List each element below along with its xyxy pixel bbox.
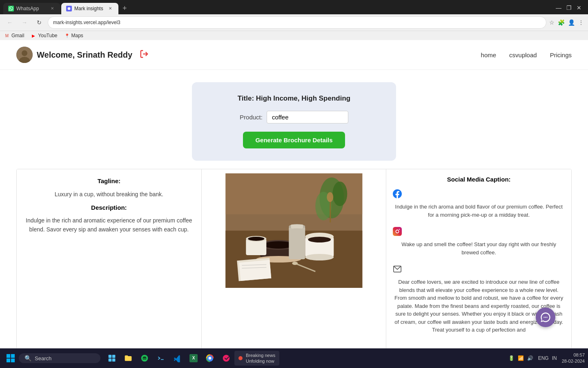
taskbar-icon-terminal[interactable] xyxy=(154,351,168,366)
app-content: Welcome, Srinath Reddy home csvupload Pr… xyxy=(0,40,588,361)
refresh-button[interactable]: ↻ xyxy=(33,17,45,28)
avatar xyxy=(16,47,33,63)
taskbar-sys-icons: 🔋 📶 🔊 xyxy=(508,355,533,361)
mark-insights-favicon xyxy=(66,6,72,11)
product-row: Product: xyxy=(208,111,380,123)
news-text: Breaking news Unfolding now xyxy=(246,352,275,364)
taskbar-right: 🔋 📶 🔊 ENG IN 08:57 28-02-2024 xyxy=(508,352,585,365)
nav-welcome-text: Welcome, Srinath Reddy xyxy=(37,50,132,60)
taskbar-icon-chrome[interactable] xyxy=(203,351,217,366)
address-input[interactable] xyxy=(48,17,546,28)
time-display: 08:57 xyxy=(562,352,585,358)
address-bar: ← → ↻ ☆ 🧩 👤 ⋮ xyxy=(0,14,588,31)
svg-point-15 xyxy=(305,254,334,260)
menu-icon[interactable]: ⋮ xyxy=(578,19,584,26)
maximize-button[interactable]: ❐ xyxy=(566,4,572,11)
region-text: IN xyxy=(552,355,557,361)
taskbar-icon-app8[interactable] xyxy=(219,351,234,366)
description-heading: Description: xyxy=(25,204,193,211)
taskbar-clock: 08:57 28-02-2024 xyxy=(562,352,585,365)
taskbar: 🔍 Search X Breaking news xyxy=(0,348,588,368)
extensions-icon[interactable]: 🧩 xyxy=(558,19,565,26)
wifi-icon: 📶 xyxy=(518,355,524,361)
chatbot-bubble[interactable] xyxy=(536,307,555,327)
back-button[interactable]: ← xyxy=(4,17,16,28)
nav-link-home[interactable]: home xyxy=(481,52,497,58)
nav-link-csvupload[interactable]: csvupload xyxy=(509,52,537,58)
svg-point-24 xyxy=(327,192,333,202)
svg-rect-41 xyxy=(7,354,10,358)
svg-point-22 xyxy=(332,182,347,206)
social-media-heading: Social Media Caption: xyxy=(393,176,565,183)
volume-icon: 🔊 xyxy=(527,355,533,361)
news-dot xyxy=(238,356,243,360)
battery-icon: 🔋 xyxy=(508,355,514,361)
image-panel xyxy=(202,169,387,349)
minimize-button[interactable]: — xyxy=(556,4,561,11)
taskbar-icon-excel[interactable]: X xyxy=(186,351,201,366)
svg-point-55 xyxy=(209,357,212,360)
date-display: 28-02-2024 xyxy=(562,358,585,364)
three-columns: Tagline: Luxury in a cup, without breaki… xyxy=(16,169,572,349)
tab-whatsapp[interactable]: WhatsApp ✕ xyxy=(3,3,60,14)
product-input[interactable] xyxy=(267,111,348,123)
taskbar-icon-files[interactable] xyxy=(121,351,136,366)
logout-button[interactable] xyxy=(140,49,149,61)
product-image xyxy=(206,173,382,288)
info-card: Title: High Income, High Spending Produc… xyxy=(192,82,396,161)
lang-text: ENG xyxy=(538,355,549,361)
email-icon xyxy=(393,265,565,276)
taskbar-icon-spotify[interactable] xyxy=(137,351,152,366)
address-right-controls: ☆ 🧩 👤 ⋮ xyxy=(549,19,584,26)
bookmark-gmail[interactable]: M Gmail xyxy=(4,33,24,38)
svg-rect-31 xyxy=(291,224,303,229)
svg-rect-43 xyxy=(7,359,10,362)
whatsapp-favicon xyxy=(8,6,14,11)
nav-links: home csvupload Pricings xyxy=(481,52,572,58)
nav-link-pricings[interactable]: Pricings xyxy=(550,52,572,58)
forward-button[interactable]: → xyxy=(19,17,30,28)
maps-icon: 📍 xyxy=(64,33,70,38)
facebook-item: Indulge in the rich aroma and bold flavo… xyxy=(393,189,565,219)
svg-rect-42 xyxy=(11,354,15,358)
svg-rect-47 xyxy=(109,359,112,362)
nav-brand: Welcome, Srinath Reddy xyxy=(16,47,149,63)
new-tab-button[interactable]: + xyxy=(119,2,130,14)
close-window-button[interactable]: ✕ xyxy=(577,4,581,11)
generate-brochure-button[interactable]: Generate Brochure Details xyxy=(243,132,345,148)
svg-rect-26 xyxy=(239,260,271,281)
bookmark-youtube[interactable]: ▶ YouTube xyxy=(31,33,57,38)
svg-text:X: X xyxy=(192,356,195,360)
svg-rect-34 xyxy=(393,227,402,236)
bookmark-maps-label: Maps xyxy=(71,33,83,38)
svg-rect-29 xyxy=(289,227,305,259)
svg-point-49 xyxy=(141,355,148,362)
bookmark-star-icon[interactable]: ☆ xyxy=(549,19,555,26)
profile-icon[interactable]: 👤 xyxy=(568,19,575,26)
instagram-item: Wake up and smell the coffee! Start your… xyxy=(393,227,565,256)
gmail-icon: M xyxy=(4,33,10,38)
tab-bar: WhatsApp ✕ Mark insights ✕ + — ❐ ✕ xyxy=(0,0,588,14)
description-text: Indulge in the rich and aromatic experie… xyxy=(25,216,193,234)
facebook-icon xyxy=(393,189,565,200)
svg-rect-50 xyxy=(157,354,165,362)
tab-mark-insights[interactable]: Mark insights ✕ xyxy=(61,3,118,14)
taskbar-search-text: Search xyxy=(35,355,51,361)
taskbar-search[interactable]: 🔍 Search xyxy=(19,353,100,363)
start-button[interactable] xyxy=(3,351,18,366)
taskbar-icon-vscode[interactable] xyxy=(170,351,185,366)
taskbar-icon-widgets[interactable] xyxy=(105,351,119,366)
tab-mark-insights-label: Mark insights xyxy=(74,6,103,11)
close-mark-insights-tab[interactable]: ✕ xyxy=(107,5,114,12)
facebook-caption: Indulge in the rich aroma and bold flavo… xyxy=(393,203,565,219)
svg-point-39 xyxy=(545,317,546,318)
bookmark-maps[interactable]: 📍 Maps xyxy=(64,33,83,38)
svg-point-36 xyxy=(399,229,400,230)
svg-point-0 xyxy=(68,7,71,10)
news-item[interactable]: Breaking news Unfolding now xyxy=(234,351,279,366)
bookmarks-bar: M Gmail ▶ YouTube 📍 Maps xyxy=(0,31,588,40)
taskbar-search-icon: 🔍 xyxy=(24,355,31,361)
taskbar-app-icons: X xyxy=(105,351,234,366)
close-whatsapp-tab[interactable]: ✕ xyxy=(49,5,56,12)
svg-point-19 xyxy=(248,237,264,241)
